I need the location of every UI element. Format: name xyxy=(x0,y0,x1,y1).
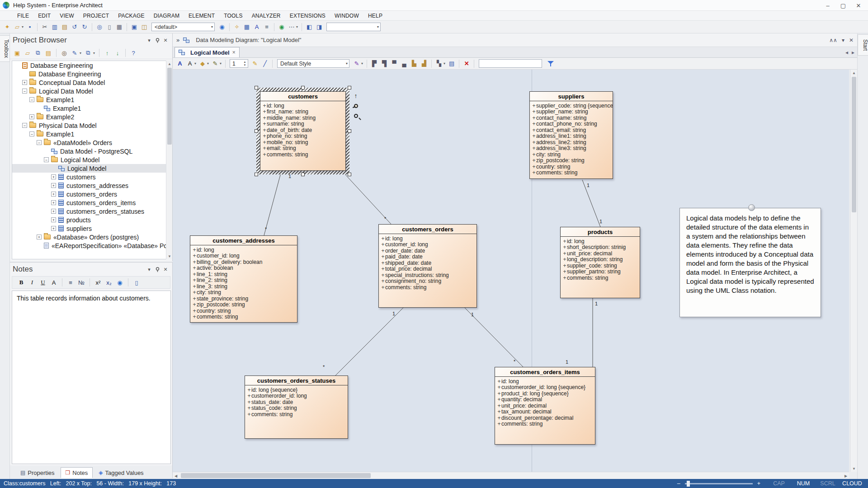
new-document-icon[interactable]: ✦ xyxy=(3,23,12,32)
line-color-icon[interactable]: ✎ xyxy=(211,59,220,68)
tree-item-logical-model[interactable]: Logical Model xyxy=(12,164,170,173)
paint-format-icon[interactable]: ✎ xyxy=(250,59,259,68)
association-connector[interactable] xyxy=(343,172,391,224)
maximize-button[interactable]: ▢ xyxy=(835,0,851,11)
menu-item-edit[interactable]: EDIT xyxy=(33,12,55,20)
spinner-arrows[interactable]: ▲▼ xyxy=(242,61,248,67)
font-color-icon[interactable]: A xyxy=(185,59,194,68)
tab-nav-next-icon[interactable]: ▸ xyxy=(852,49,854,56)
chevron-down-icon[interactable]: ▾ xyxy=(443,61,445,66)
frame-left-icon[interactable]: ◧ xyxy=(305,23,314,32)
underline-icon[interactable]: U xyxy=(38,278,47,287)
hyperlink-globe-icon[interactable]: ◉ xyxy=(115,278,124,287)
close-icon[interactable]: ✕ xyxy=(161,265,170,273)
menu-item-analyzer[interactable]: ANALYZER xyxy=(247,12,285,20)
move-up-icon[interactable]: ↑ xyxy=(103,48,112,57)
image-manager-icon[interactable]: ▣ xyxy=(130,23,139,32)
tree-expander-icon[interactable]: − xyxy=(29,97,34,102)
package-browser-icon[interactable]: ◫ xyxy=(140,23,149,32)
menu-item-extensions[interactable]: EXTENSIONS xyxy=(285,12,330,20)
tree-expander-icon[interactable]: + xyxy=(22,80,27,85)
scroll-down-icon[interactable]: ▼ xyxy=(166,253,173,259)
tree-item-database-engineering[interactable]: Database Engineering xyxy=(12,70,170,78)
menu-item-element[interactable]: ELEMENT xyxy=(184,12,219,20)
entity-customers_orders_statuses[interactable]: customers_orders_statuses+id: long {sequ… xyxy=(245,375,348,439)
frame-right-icon[interactable]: ◨ xyxy=(315,23,324,32)
tree-expander-icon[interactable]: − xyxy=(37,140,42,145)
duplicate-icon[interactable]: ⧉ xyxy=(84,48,93,57)
entity-suppliers[interactable]: suppliers+supplier_code: string {sequenc… xyxy=(529,91,613,179)
tree-expander-icon[interactable]: + xyxy=(51,174,56,179)
dock-tab-properties[interactable]: ▤Properties xyxy=(15,467,60,478)
tree-item--database-orders-postgres-[interactable]: +«Database» Orders (postgres) xyxy=(12,233,170,241)
apply-style-icon[interactable]: ✎ xyxy=(352,59,361,68)
tree-expander-icon[interactable]: + xyxy=(51,209,56,214)
tree-expander-icon[interactable]: − xyxy=(22,123,27,128)
dock-tab-tagged-values[interactable]: ◈Tagged Values xyxy=(94,467,148,478)
diagram-horizontal-scrollbar[interactable]: ◀ ▶ xyxy=(173,472,849,479)
close-icon[interactable]: ✕ xyxy=(161,36,170,44)
tree-item-suppliers[interactable]: +suppliers xyxy=(12,224,170,233)
tree-item-customers-orders-statuses[interactable]: +customers_orders_statuses xyxy=(12,207,170,216)
new-package-icon[interactable]: ▱ xyxy=(23,48,32,57)
grid-icon[interactable]: ▦ xyxy=(242,23,251,32)
numbered-list-icon[interactable]: № xyxy=(77,278,86,287)
menu-item-tools[interactable]: TOOLS xyxy=(219,12,247,20)
panel-menu-icon[interactable]: ▾ xyxy=(842,37,844,43)
print-icon[interactable]: ▦ xyxy=(115,23,124,32)
hyperlink-icon[interactable]: ◉ xyxy=(277,23,286,32)
open-folder-icon[interactable]: ▱ xyxy=(13,23,22,32)
entity-customers_orders[interactable]: customers_orders+id: long+customer_id: l… xyxy=(378,224,477,308)
fill-color-icon[interactable]: ◆ xyxy=(198,59,207,68)
scroll-thumb[interactable] xyxy=(852,77,856,212)
subscript-icon[interactable]: x₂ xyxy=(104,278,113,287)
copy-icon[interactable]: ▥ xyxy=(50,23,59,32)
tree-item-example1[interactable]: Example1 xyxy=(12,104,170,113)
default-combo[interactable]: <default>▾ xyxy=(151,23,215,31)
tree-item-customers-orders[interactable]: +customers_orders xyxy=(12,190,170,198)
scroll-thumb[interactable] xyxy=(167,68,172,145)
tree-item-logical-model[interactable]: −Logical Model xyxy=(12,155,170,164)
scroll-down-icon[interactable]: ▼ xyxy=(850,465,858,472)
tree-expander-icon[interactable]: + xyxy=(51,183,56,188)
document-report-icon[interactable]: ▯ xyxy=(105,23,114,32)
new-element-icon[interactable]: ▤ xyxy=(44,48,53,57)
style-combo[interactable]: Default Style▾ xyxy=(277,59,349,68)
diagram-vertical-scrollbar[interactable]: ▲ ▼ xyxy=(850,70,857,472)
tree-item--datamodel-orders[interactable]: −«DataModel» Orders xyxy=(12,138,170,147)
tree-item--eareportspecification-database-po[interactable]: «EAReportSpecification» «Database» Po xyxy=(12,241,170,250)
tree-expander-icon[interactable]: + xyxy=(51,217,56,222)
tree-item-logical-data-model[interactable]: −Logical Data Model xyxy=(12,87,170,95)
zoom-slider[interactable] xyxy=(685,483,753,484)
edit-document-icon[interactable]: ✎ xyxy=(70,48,79,57)
paste-icon[interactable]: ▤ xyxy=(60,23,69,32)
scroll-left-icon[interactable]: ◀ xyxy=(173,473,179,479)
align-left-icon[interactable]: ▛ xyxy=(370,59,379,68)
tab-close-icon[interactable]: × xyxy=(232,49,236,56)
selection-handle[interactable] xyxy=(255,129,258,133)
find-binoculars-icon[interactable]: ◎ xyxy=(60,48,69,57)
bullet-list-icon[interactable]: ≡ xyxy=(66,278,75,287)
delete-icon[interactable]: ✕ xyxy=(462,59,471,68)
scroll-right-icon[interactable]: ▶ xyxy=(843,473,849,479)
diagram-properties-icon[interactable]: ▤ xyxy=(447,59,456,68)
zoom-in-icon[interactable]: + xyxy=(757,480,760,487)
auto-layout-icon[interactable]: ▚ xyxy=(434,59,443,68)
selection-handle[interactable] xyxy=(348,129,351,133)
undo-icon[interactable]: ↺ xyxy=(70,23,79,32)
send-back-icon[interactable]: ▟ xyxy=(420,59,429,68)
cut-icon[interactable]: ✂ xyxy=(40,23,49,32)
secondary-combo[interactable]: ▾ xyxy=(326,23,381,31)
note-element[interactable]: Logical data models help to define the d… xyxy=(679,208,821,317)
tree-expander-icon[interactable]: + xyxy=(51,226,56,231)
tree-item-customers[interactable]: +customers xyxy=(12,173,170,181)
chevron-down-icon[interactable]: ▾ xyxy=(194,61,196,66)
close-button[interactable]: ✕ xyxy=(851,0,866,11)
menu-item-window[interactable]: WINDOW xyxy=(330,12,363,20)
tree-item-customers-orders-items[interactable]: +customers_orders_items xyxy=(12,198,170,207)
start-tab[interactable]: Start xyxy=(858,34,868,56)
align-bottom-icon[interactable]: ▄ xyxy=(400,59,409,68)
tree-item-physical-data-model[interactable]: −Physical Data Model xyxy=(12,121,170,130)
selection-handle[interactable] xyxy=(348,173,351,176)
new-diagram-icon[interactable]: ⧉ xyxy=(33,48,42,57)
